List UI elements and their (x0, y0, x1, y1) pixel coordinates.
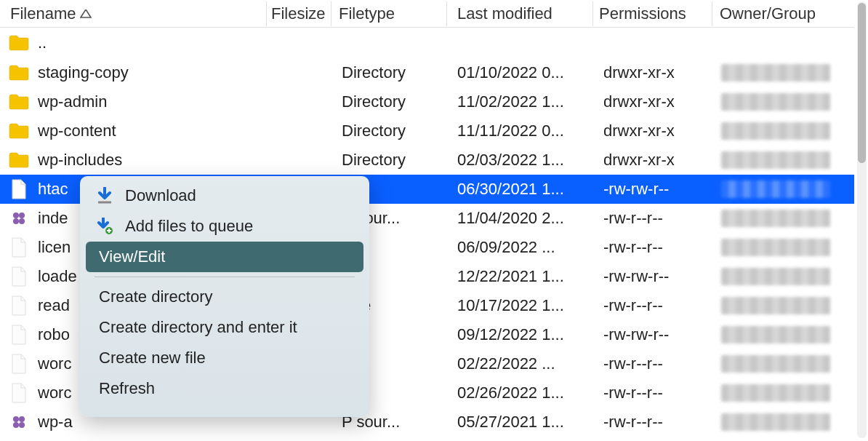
header-filename-label: Filename (10, 4, 76, 23)
cell-owner-group (712, 122, 840, 140)
php-file-icon (9, 413, 29, 432)
file-icon (9, 325, 29, 344)
cell-permissions: -rw-r--r-- (593, 381, 712, 405)
menu-refresh[interactable]: Refresh (86, 373, 363, 404)
cell-filetype: Directory (331, 60, 447, 85)
filename-text: inde (38, 209, 68, 228)
column-headers: Filename Filesize Filetype Last modified… (0, 0, 854, 28)
header-permissions[interactable]: Permissions (593, 1, 712, 26)
redacted-owner (721, 93, 830, 111)
cell-owner-group (712, 93, 840, 111)
download-icon (96, 187, 113, 204)
cell-modified: 06/30/2021 1... (447, 177, 593, 202)
redacted-owner (721, 210, 830, 227)
filename-text: .. (38, 33, 47, 52)
menu-create-dir-label: Create directory (99, 287, 213, 306)
header-filetype-label: Filetype (339, 4, 395, 23)
file-icon (9, 384, 29, 402)
table-row[interactable]: wp-includesDirectory02/03/2022 1...drwxr… (0, 146, 854, 175)
menu-divider (95, 277, 355, 277)
cell-filetype: Directory (331, 148, 447, 172)
header-owner-group[interactable]: Owner/Group (712, 1, 840, 26)
redacted-owner (721, 384, 830, 402)
menu-add-to-queue[interactable]: Add files to queue (86, 211, 363, 242)
redacted-owner (721, 268, 830, 285)
filename-text: loade (38, 267, 77, 286)
filename-text: wp-includes (38, 151, 122, 170)
table-row[interactable]: wp-contentDirectory11/11/2022 0...drwxr-… (0, 116, 854, 146)
cell-owner-group (712, 355, 840, 373)
filename-text: licen (38, 238, 71, 257)
context-menu: Download Add files to queue View/Edit Cr… (80, 176, 369, 417)
cell-permissions: -rw-r--r-- (593, 293, 712, 318)
menu-view-edit[interactable]: View/Edit (86, 242, 363, 272)
cell-owner-group (712, 268, 840, 285)
folder-icon (9, 92, 29, 111)
cell-filename: staging-copy (0, 60, 267, 85)
table-row[interactable]: .. (0, 28, 854, 58)
cell-modified: 01/10/2022 0... (447, 60, 593, 85)
cell-owner-group (712, 64, 840, 82)
cell-owner-group (712, 326, 840, 343)
menu-create-directory[interactable]: Create directory (86, 282, 363, 312)
cell-owner-group (712, 239, 840, 256)
filename-text: worc (38, 354, 71, 373)
cell-filesize (267, 99, 331, 105)
table-row[interactable]: staging-copyDirectory01/10/2022 0...drwx… (0, 58, 854, 87)
cell-filetype: Directory (331, 90, 447, 114)
cell-permissions (593, 40, 712, 46)
file-icon (9, 267, 29, 286)
svg-point-4 (13, 416, 19, 422)
header-filesize[interactable]: Filesize (267, 1, 331, 26)
header-permissions-label: Permissions (599, 4, 686, 23)
menu-view-edit-label: View/Edit (99, 247, 165, 266)
cell-modified: 11/11/2022 0... (447, 119, 593, 143)
table-row[interactable]: wp-adminDirectory11/02/2022 1...drwxr-xr… (0, 87, 854, 116)
cell-filename: wp-includes (0, 148, 267, 172)
svg-point-1 (19, 212, 25, 218)
svg-point-2 (13, 218, 19, 224)
redacted-owner (721, 239, 830, 256)
file-icon (9, 180, 29, 199)
cell-modified: 11/04/2020 2... (447, 206, 593, 231)
cell-modified: 06/09/2022 ... (447, 235, 593, 260)
filename-text: wp-content (38, 122, 116, 140)
cell-filename: wp-content (0, 119, 267, 143)
cell-filesize (267, 128, 331, 134)
cell-permissions: drwxr-xr-x (593, 148, 712, 172)
cell-modified: 02/03/2022 1... (447, 148, 593, 172)
menu-create-new-file[interactable]: Create new file (86, 343, 363, 373)
header-owner-label: Owner/Group (720, 4, 816, 23)
scroll-thumb[interactable] (858, 3, 866, 163)
header-filename[interactable]: Filename (0, 1, 267, 26)
vertical-scrollbar[interactable] (857, 1, 867, 438)
cell-permissions: -rw-r--r-- (593, 206, 712, 231)
cell-modified: 02/26/2022 1... (447, 381, 593, 405)
menu-create-directory-enter[interactable]: Create directory and enter it (86, 312, 363, 343)
header-filetype[interactable]: Filetype (331, 1, 447, 26)
redacted-owner (721, 297, 830, 314)
filename-text: staging-copy (38, 63, 129, 82)
svg-point-3 (19, 218, 25, 224)
cell-filesize (267, 70, 331, 76)
cell-owner-group (712, 297, 840, 314)
folder-icon (9, 33, 29, 52)
cell-modified: 10/17/2022 1... (447, 293, 593, 318)
cell-permissions: -rw-r--r-- (593, 235, 712, 260)
filename-text: read (38, 296, 70, 315)
header-last-modified[interactable]: Last modified (447, 1, 593, 26)
svg-point-6 (13, 422, 19, 428)
cell-filename: wp-admin (0, 90, 267, 114)
svg-point-5 (19, 416, 25, 422)
cell-modified: 12/22/2021 1... (447, 264, 593, 289)
redacted-owner (721, 180, 830, 198)
cell-owner-group (712, 180, 840, 198)
filename-text: robo (38, 325, 70, 344)
file-icon (9, 296, 29, 315)
folder-icon (9, 122, 29, 140)
cell-owner-group (712, 151, 840, 169)
cell-permissions: -rw-rw-r-- (593, 177, 712, 202)
menu-download[interactable]: Download (86, 180, 363, 211)
cell-permissions: drwxr-xr-x (593, 90, 712, 114)
folder-icon (9, 63, 29, 82)
